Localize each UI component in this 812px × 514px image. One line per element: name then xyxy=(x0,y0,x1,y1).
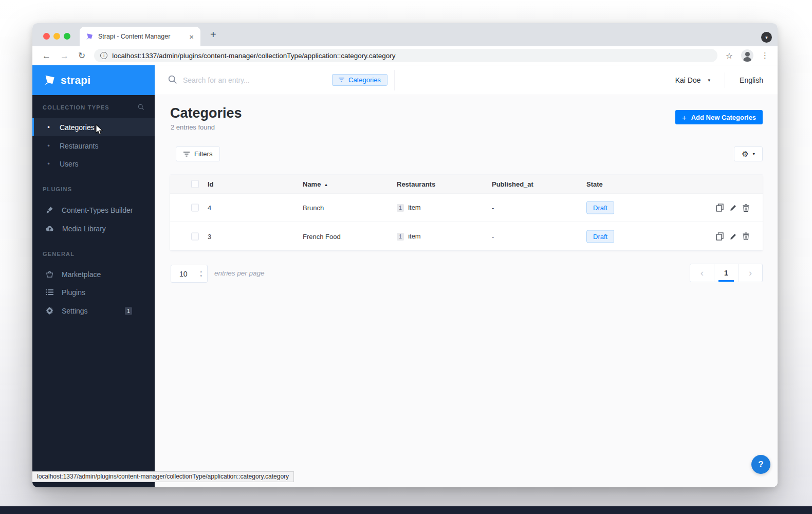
table-row[interactable]: 3 French Food 1item - Draft xyxy=(170,222,763,250)
bullet-icon: • xyxy=(46,160,51,168)
filters-button-label: Filters xyxy=(194,150,212,158)
chevron-left-icon: ‹ xyxy=(700,268,704,278)
count-badge: 1 xyxy=(397,233,404,241)
entries-table: Id Name▲ Restaurants Published_at State … xyxy=(170,175,763,250)
page-1-button[interactable]: 1 xyxy=(714,264,738,282)
table-settings-button[interactable]: ⚙ ▾ xyxy=(734,146,763,161)
page-size-select[interactable]: 10 ▴▾ xyxy=(171,265,208,283)
tab-search-button[interactable]: ▾ xyxy=(761,32,772,43)
sidebar-item-users[interactable]: • Users xyxy=(32,155,155,173)
count-badge: 1 xyxy=(397,204,404,212)
cell-id: 3 xyxy=(208,232,211,240)
page-title: Categories xyxy=(170,105,242,121)
cloud-upload-icon xyxy=(46,225,54,232)
cell-restaurants: 1item xyxy=(397,232,421,241)
browser-menu-icon[interactable]: ⋮ xyxy=(761,51,769,60)
header-divider xyxy=(394,70,395,90)
sidebar-item-categories[interactable]: • Categories xyxy=(32,118,155,136)
url-text: localhost:1337/admin/plugins/content-man… xyxy=(112,52,395,60)
sidebar-item-label: Categories xyxy=(60,123,95,132)
active-page-underline xyxy=(718,280,734,282)
strapi-logo-text: strapi xyxy=(61,74,90,86)
cell-restaurants: 1item xyxy=(397,204,421,212)
column-header-id[interactable]: Id xyxy=(208,180,214,188)
browser-window: Strapi - Content Manager × + ▾ ← → ↻ i l… xyxy=(32,23,778,487)
section-label: GENERAL xyxy=(43,251,75,257)
filter-icon xyxy=(183,152,190,157)
column-header-state[interactable]: State xyxy=(586,180,603,188)
row-checkbox[interactable] xyxy=(191,232,199,240)
help-button[interactable]: ? xyxy=(751,455,770,474)
sidebar-item-label: Settings xyxy=(62,307,88,315)
search-input[interactable] xyxy=(183,74,311,87)
delete-trash-icon[interactable] xyxy=(743,232,749,240)
desktop: Strapi - Content Manager × + ▾ ← → ↻ i l… xyxy=(0,0,812,514)
cell-published-at: - xyxy=(492,204,494,212)
strapi-favicon-icon xyxy=(85,32,94,41)
delete-trash-icon[interactable] xyxy=(743,204,749,212)
shopping-basket-icon xyxy=(46,270,53,278)
section-label: COLLECTION TYPES xyxy=(43,104,109,111)
table-row[interactable]: 4 Brunch 1item - Draft xyxy=(170,194,763,222)
section-general: GENERAL xyxy=(32,251,155,257)
column-header-name[interactable]: Name▲ xyxy=(303,180,328,188)
sidebar-item-label: Media Library xyxy=(62,225,106,233)
chevron-down-icon: ▾ xyxy=(753,152,755,156)
main-content: Categories 2 entries found + Add New Cat… xyxy=(155,95,778,487)
header-divider xyxy=(725,72,725,88)
add-new-categories-button[interactable]: + Add New Categories xyxy=(675,110,763,124)
duplicate-icon[interactable] xyxy=(716,204,724,212)
stepper-icon[interactable]: ▴▾ xyxy=(200,269,202,278)
column-header-restaurants[interactable]: Restaurants xyxy=(397,180,435,188)
minimize-window-button[interactable] xyxy=(53,33,60,40)
next-page-button[interactable]: › xyxy=(738,264,762,282)
sidebar-search-icon[interactable] xyxy=(138,104,144,111)
gear-icon: ⚙ xyxy=(742,150,748,158)
bookmark-star-icon[interactable]: ☆ xyxy=(726,51,733,61)
chevron-down-icon[interactable]: ▾ xyxy=(708,78,711,83)
page-size-value: 10 xyxy=(179,270,188,278)
url-bar[interactable]: i localhost:1337/admin/plugins/content-m… xyxy=(94,49,717,62)
filter-chip-categories[interactable]: Categories xyxy=(332,74,387,86)
list-icon xyxy=(46,289,53,296)
cell-name: French Food xyxy=(303,232,341,240)
sidebar-item-settings[interactable]: Settings 1 xyxy=(32,302,155,320)
sidebar-item-label: Restaurants xyxy=(60,142,98,150)
sort-asc-icon: ▲ xyxy=(324,182,328,187)
prev-page-button[interactable]: ‹ xyxy=(690,264,714,282)
tab-close-icon[interactable]: × xyxy=(188,32,195,41)
close-window-button[interactable] xyxy=(43,33,50,40)
column-header-published-at[interactable]: Published_at xyxy=(492,180,533,188)
sidebar-item-media-library[interactable]: Media Library xyxy=(32,219,155,237)
zoom-window-button[interactable] xyxy=(64,33,70,40)
page-info-icon[interactable]: i xyxy=(100,52,107,59)
browser-profile-avatar[interactable] xyxy=(741,49,753,62)
entries-count: 2 entries found xyxy=(171,123,215,131)
filter-icon xyxy=(339,78,344,82)
gear-icon xyxy=(46,307,53,315)
filter-chip-label: Categories xyxy=(348,76,381,84)
browser-tab[interactable]: Strapi - Content Manager × xyxy=(80,27,200,46)
back-icon[interactable]: ← xyxy=(42,51,51,60)
sidebar-item-marketplace[interactable]: Marketplace xyxy=(32,265,155,283)
strapi-logo-icon xyxy=(43,74,56,87)
new-tab-button[interactable]: + xyxy=(210,29,216,41)
edit-pencil-icon[interactable] xyxy=(730,204,737,211)
edit-pencil-icon[interactable] xyxy=(730,233,737,240)
sidebar-item-content-types-builder[interactable]: Content-Types Builder xyxy=(32,201,155,219)
sidebar-item-restaurants[interactable]: • Restaurants xyxy=(32,137,155,155)
desktop-bottom-bar xyxy=(0,506,812,514)
select-all-checkbox[interactable] xyxy=(191,180,199,188)
user-menu[interactable]: Kai Doe xyxy=(675,76,701,84)
sidebar-item-plugins[interactable]: Plugins xyxy=(32,283,155,301)
filters-button[interactable]: Filters xyxy=(176,146,220,161)
language-selector[interactable]: English xyxy=(740,76,763,84)
link-status-bar: localhost:1337/admin/plugins/content-man… xyxy=(32,471,294,482)
cell-id: 4 xyxy=(208,204,211,212)
forward-icon[interactable]: → xyxy=(60,51,69,60)
reload-icon[interactable]: ↻ xyxy=(78,51,85,60)
browser-toolbar: ← → ↻ i localhost:1337/admin/plugins/con… xyxy=(32,46,778,65)
duplicate-icon[interactable] xyxy=(716,232,724,241)
strapi-logo[interactable]: strapi xyxy=(32,65,155,95)
row-checkbox[interactable] xyxy=(191,204,199,212)
